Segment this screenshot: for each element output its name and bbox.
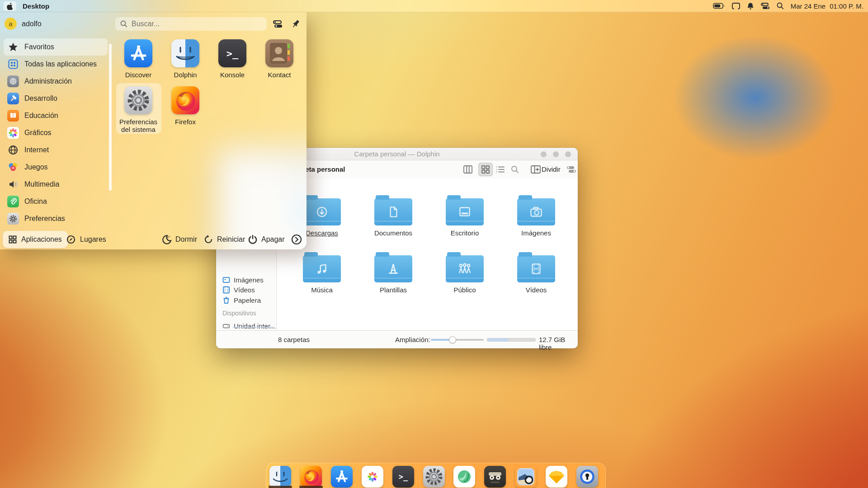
notifications-bell-icon[interactable]: [747, 2, 754, 10]
zoom-label: Ampliación:: [395, 336, 430, 343]
multimedia-speaker-icon: [7, 178, 19, 190]
control-center-icon[interactable]: [761, 3, 770, 9]
app-label: Dolphin: [162, 71, 209, 79]
leave-chevron-button[interactable]: [291, 231, 302, 248]
app-item-preferencias-del-sistema[interactable]: Preferenciasdel sistema: [115, 86, 162, 133]
clock[interactable]: Mar 24 Ene 01:00 P. M.: [791, 2, 863, 10]
development-hammer-icon: [7, 93, 19, 104]
restart-button[interactable]: Reiniciar: [203, 231, 245, 248]
window-button-3[interactable]: [565, 151, 571, 157]
search-icon[interactable]: [777, 2, 784, 9]
search-icon: [120, 20, 127, 28]
sidebar-item-educacion[interactable]: Educación: [4, 107, 108, 124]
device-capacity-bar: [232, 327, 274, 328]
sidebar-item-graficos[interactable]: Gráficos: [4, 124, 108, 141]
admin-settings-icon: [7, 75, 19, 87]
sidebar-item-internet[interactable]: Internet: [4, 141, 108, 159]
terminal-icon: >_: [218, 39, 246, 67]
sidebar-item-desarrollo[interactable]: Desarrollo: [4, 90, 108, 107]
running-indicator: [299, 486, 323, 488]
apple-logo-icon: [7, 2, 14, 10]
app-item-konsole[interactable]: >_ Konsole: [209, 39, 256, 79]
dock-item-password-manager[interactable]: [576, 466, 598, 488]
toggles-menu-icon[interactable]: [566, 164, 577, 175]
pin-icon[interactable]: [290, 19, 301, 29]
all-apps-grid-icon: [7, 58, 19, 70]
search-icon[interactable]: [509, 164, 521, 175]
dock-item-discover-app-store[interactable]: [331, 466, 353, 488]
contacts-book-icon: [265, 39, 293, 67]
app-item-dolphin[interactable]: Dolphin: [162, 39, 209, 79]
sidebar-item-todas-las-aplicaciones[interactable]: Todas las aplicaciones: [4, 56, 108, 73]
folder-item[interactable]: Imágenes: [509, 198, 563, 237]
dock-item-sketch-diamond-app[interactable]: [546, 466, 567, 488]
display-mirroring-icon[interactable]: [732, 3, 740, 9]
dock-item-dolphin-finder[interactable]: [269, 466, 291, 488]
launcher-footer: Aplicaciones Lugares zz Dormir Reiniciar…: [0, 230, 307, 249]
split-button-label[interactable]: Dividir: [542, 160, 561, 178]
dock-item-screenshot-tool[interactable]: [515, 466, 537, 488]
user-avatar[interactable]: a: [5, 18, 17, 30]
folder-item[interactable]: Música: [295, 255, 349, 294]
sidebar-item-juegos[interactable]: Juegos: [4, 159, 108, 176]
split-view-icon[interactable]: [530, 164, 542, 175]
folder-view[interactable]: Descargas Documentos Escritorio Imágenes: [277, 178, 578, 330]
app-item-kontact[interactable]: Kontact: [256, 39, 303, 79]
window-button-2[interactable]: [553, 151, 559, 157]
battery-icon[interactable]: [713, 3, 725, 9]
app-label: Discover: [115, 71, 162, 79]
folder-icon: [517, 198, 555, 225]
tab-lugares[interactable]: Lugares: [61, 231, 112, 248]
app-label: Kontact: [256, 71, 303, 79]
dock-item-photos[interactable]: [362, 466, 383, 488]
sidebar-item-oficina[interactable]: Oficina: [4, 193, 108, 210]
folder-item[interactable]: Escritorio: [438, 198, 492, 237]
app-label: Firefox: [162, 118, 209, 126]
active-app-name[interactable]: Desktop: [23, 2, 49, 10]
disk-capacity-bar: [487, 338, 536, 342]
folder-icon: [446, 198, 484, 225]
search-input[interactable]: Buscar...: [115, 17, 267, 31]
dock-item-firefox[interactable]: [300, 466, 322, 488]
sidebar-scrollbar[interactable]: [109, 44, 112, 191]
configure-toggles-icon[interactable]: [273, 19, 283, 29]
dock-item-cassette-recorder-app[interactable]: [484, 466, 506, 488]
apple-menu[interactable]: [4, 1, 16, 11]
dock-item-konsole-terminal[interactable]: >_: [392, 466, 414, 488]
app-item-firefox[interactable]: Firefox: [162, 86, 209, 126]
tab-aplicaciones[interactable]: Aplicaciones: [3, 231, 68, 248]
app-label: Konsole: [209, 71, 256, 79]
columns-view-icon[interactable]: [462, 164, 474, 175]
folder-item[interactable]: Plantillas: [366, 255, 420, 294]
games-icon: [7, 161, 19, 173]
places-device-unidad[interactable]: Unidad inter...: [222, 321, 276, 330]
folder-label: Escritorio: [438, 229, 492, 237]
dock-item-green-media-app[interactable]: [453, 466, 475, 488]
list-view-icon[interactable]: [495, 164, 506, 175]
sidebar-item-favoritos[interactable]: Favoritos: [4, 38, 108, 56]
folder-icon: [374, 198, 412, 225]
zoom-slider[interactable]: [431, 339, 484, 341]
sidebar-item-preferencias[interactable]: Preferencias: [4, 210, 108, 227]
places-item-papelera[interactable]: Papelera: [222, 296, 261, 305]
running-indicator: [269, 486, 292, 488]
app-item-discover[interactable]: Discover: [115, 39, 162, 79]
sidebar-item-multimedia[interactable]: Multimedia: [4, 176, 108, 193]
places-item-videos[interactable]: Vídeos: [222, 285, 255, 294]
grid-view-icon[interactable]: [478, 163, 493, 176]
menubar: Desktop Mar 24 Ene 01:00 P. M.: [0, 0, 868, 12]
folder-item[interactable]: Público: [438, 255, 492, 294]
sidebar-item-administracion[interactable]: Administración: [4, 73, 108, 90]
places-item-imagenes[interactable]: Imágenes: [222, 275, 264, 284]
svg-text:z: z: [169, 235, 170, 238]
window-button-1[interactable]: [541, 151, 547, 157]
shutdown-icon: [248, 235, 258, 244]
folder-item[interactable]: Vídeos: [509, 255, 563, 294]
dock-item-system-preferences[interactable]: [423, 466, 445, 488]
zoom-slider-knob[interactable]: [449, 336, 456, 343]
search-placeholder: Buscar...: [132, 20, 160, 28]
folder-item[interactable]: Documentos: [366, 198, 420, 237]
sleep-button[interactable]: zz Dormir: [162, 231, 197, 248]
star-icon: [7, 41, 19, 53]
shutdown-button[interactable]: Apagar: [248, 231, 285, 248]
